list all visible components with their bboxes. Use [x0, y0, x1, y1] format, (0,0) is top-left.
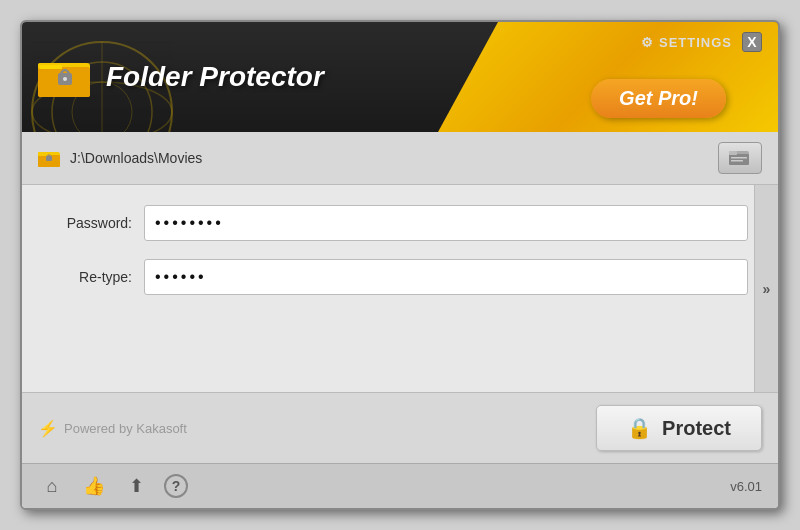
password-row: Password: [52, 205, 748, 241]
browse-button[interactable] [718, 142, 762, 174]
svg-rect-16 [729, 154, 749, 165]
svg-rect-18 [731, 157, 747, 159]
get-pro-button[interactable]: Get Pro! [591, 79, 726, 118]
retype-input[interactable] [144, 259, 748, 295]
password-input[interactable] [144, 205, 748, 241]
svg-rect-17 [729, 151, 737, 155]
browse-icon [729, 148, 751, 169]
path-display: J:\Downloads\Movies [38, 148, 718, 168]
header: Folder Protector ⚙ SETTINGS X Get Pro! [22, 22, 778, 132]
footer: ⌂ 👍 ⬆ ? v6.01 [22, 463, 778, 508]
lock-icon: 🔒 [627, 416, 652, 440]
protect-button[interactable]: 🔒 Protect [596, 405, 762, 451]
scroll-right-icon: » [763, 281, 771, 297]
help-button[interactable]: ? [164, 474, 188, 498]
version-label: v6.01 [730, 479, 762, 494]
powered-by-text: Powered by Kakasoft [64, 421, 187, 436]
main-window: Folder Protector ⚙ SETTINGS X Get Pro! [20, 20, 780, 510]
svg-rect-13 [38, 152, 47, 156]
form-area: Password: Re-type: » [22, 185, 778, 392]
path-folder-icon [38, 148, 62, 168]
app-logo: Folder Protector [38, 55, 324, 99]
like-button[interactable]: 👍 [80, 472, 108, 500]
svg-rect-19 [731, 160, 743, 162]
gear-icon: ⚙ [641, 35, 654, 50]
content-area: J:\Downloads\Movies Password: [22, 132, 778, 463]
svg-rect-8 [40, 65, 62, 69]
password-label: Password: [52, 215, 132, 231]
retype-label: Re-type: [52, 269, 132, 285]
protect-label: Protect [662, 417, 731, 440]
powered-by: ⚡ Powered by Kakasoft [38, 419, 187, 438]
folder-logo-icon [38, 55, 94, 99]
upload-button[interactable]: ⬆ [122, 472, 150, 500]
bottom-bar: ⚡ Powered by Kakasoft 🔒 Protect [22, 392, 778, 463]
folder-path: J:\Downloads\Movies [70, 150, 202, 166]
lightning-icon: ⚡ [38, 419, 58, 438]
header-buttons: ⚙ SETTINGS X [641, 32, 762, 52]
path-bar: J:\Downloads\Movies [22, 132, 778, 185]
svg-rect-14 [46, 156, 52, 161]
close-button[interactable]: X [742, 32, 762, 52]
footer-icons: ⌂ 👍 ⬆ ? [38, 472, 188, 500]
scrollbar[interactable]: » [754, 185, 778, 392]
settings-button[interactable]: ⚙ SETTINGS [641, 35, 732, 50]
svg-point-10 [63, 77, 67, 81]
home-button[interactable]: ⌂ [38, 472, 66, 500]
retype-row: Re-type: [52, 259, 748, 295]
app-title: Folder Protector [106, 61, 324, 93]
